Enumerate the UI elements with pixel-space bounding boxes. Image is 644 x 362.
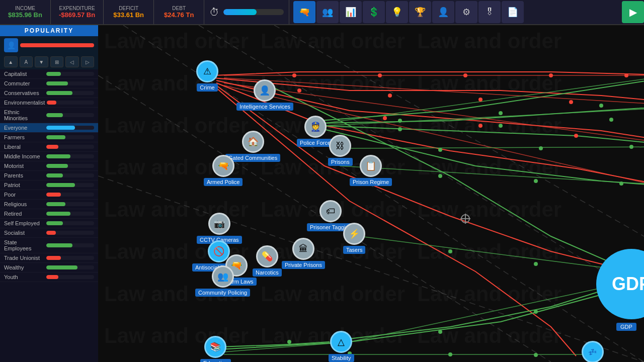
voter-item-poor[interactable]: Poor: [0, 190, 98, 200]
node-intelligence[interactable]: 👤 Intelligence Services: [236, 79, 293, 111]
svg-line-9: [325, 74, 644, 123]
voter-item-commuter[interactable]: Commuter: [0, 79, 98, 88]
voter-bar-outer: [46, 126, 94, 130]
toolbar-btn-finance[interactable]: 💲: [363, 1, 385, 23]
svg-point-24: [478, 98, 482, 102]
toolbar-btn-law-order[interactable]: 🔫: [293, 1, 315, 23]
voter-item-youth[interactable]: Youth: [0, 273, 98, 282]
pop-ctrl-3[interactable]: ▼: [35, 56, 48, 67]
voter-bar-inner: [46, 91, 72, 95]
svg-point-18: [378, 73, 382, 77]
education-icon: 📚: [204, 336, 226, 358]
toolbar-btn-achievement[interactable]: 🏆: [409, 1, 431, 23]
pop-ctrl-1[interactable]: ▲: [4, 56, 18, 67]
voter-item-patriot[interactable]: Patriot: [0, 180, 98, 190]
node-cctv[interactable]: 📷 CCTV Cameras: [197, 213, 242, 244]
voter-bar-inner: [46, 126, 75, 130]
pop-slider[interactable]: [20, 43, 94, 47]
voter-item-trade-unionist[interactable]: Trade Unionist: [0, 253, 98, 263]
clock-icon: ⏱: [209, 7, 219, 18]
node-prison-regime[interactable]: 📋 Prison Regime: [350, 155, 392, 186]
police-force-icon: 👮: [304, 116, 327, 138]
voter-item-liberal[interactable]: Liberal: [0, 142, 98, 152]
prisons-label: Prisons: [328, 158, 353, 166]
toolbar-btn-demographics[interactable]: 👤: [432, 1, 454, 23]
crime-label: Crime: [197, 83, 217, 92]
voter-name: Wealthy: [4, 264, 44, 270]
cctv-icon: 📷: [208, 213, 230, 235]
voter-bar-outer: [46, 265, 94, 269]
svg-point-25: [569, 100, 573, 104]
svg-point-32: [599, 104, 603, 108]
voter-item-self-employed[interactable]: Self Employed: [0, 219, 98, 228]
voter-bar-inner: [46, 164, 68, 168]
node-stability[interactable]: △ Stability: [329, 331, 354, 362]
node-crime[interactable]: ⚠ Crime: [196, 60, 218, 92]
node-prisons[interactable]: ⛓ Prisons: [328, 135, 353, 166]
svg-point-19: [463, 73, 467, 77]
narcotics-label: Narcotics: [253, 268, 282, 277]
income-value: $835.96 Bn: [8, 11, 42, 19]
svg-point-50: [461, 215, 469, 223]
toolbar-btn-technology[interactable]: 💡: [386, 1, 408, 23]
node-tasers[interactable]: ⚡ Tasers: [343, 223, 365, 254]
voter-item-ethnic-minorities[interactable]: Ethnic Minorities: [0, 108, 98, 123]
voter-name: Poor: [4, 192, 44, 198]
voter-item-conservatives[interactable]: Conservatives: [0, 88, 98, 98]
debt-label: DEBT: [172, 6, 186, 11]
svg-point-38: [629, 145, 633, 149]
node-community-policing[interactable]: 👥 Community Policing: [195, 265, 250, 297]
voter-item-capitalist[interactable]: Capitalist: [0, 69, 98, 79]
voter-item-religious[interactable]: Religious: [0, 200, 98, 209]
voter-item-socialist[interactable]: Socialist: [0, 228, 98, 238]
svg-point-20: [549, 73, 553, 77]
voter-item-everyone[interactable]: Everyone: [0, 123, 98, 133]
toolbar-btn-settings[interactable]: ⚙: [455, 1, 477, 23]
pop-ctrl-4[interactable]: ⊞: [50, 56, 64, 67]
pop-ctrl-5[interactable]: ◁: [65, 56, 79, 67]
voter-bar-outer: [46, 173, 94, 177]
toolbar-btn-medals[interactable]: 🎖: [478, 1, 501, 23]
voter-item-middle-income[interactable]: Middle Income: [0, 152, 98, 161]
voter-item-retired[interactable]: Retired: [0, 209, 98, 219]
voter-item-state-employees[interactable]: State Employees: [0, 238, 98, 253]
svg-point-42: [448, 249, 452, 253]
voter-item-environmentalist[interactable]: Environmentalist: [0, 98, 98, 108]
gdp-badge: GDP: [616, 323, 636, 331]
voter-item-parents[interactable]: Parents: [0, 171, 98, 180]
toolbar-btn-report[interactable]: 📄: [502, 1, 524, 23]
node-private-prisons[interactable]: 🏛 Private Prisons: [282, 238, 325, 269]
svg-point-48: [448, 352, 452, 356]
stability-icon: △: [330, 331, 352, 353]
voter-item-motorist[interactable]: Motorist: [0, 161, 98, 171]
voter-name: Farmers: [4, 134, 44, 140]
voter-bar-outer: [46, 256, 94, 260]
voter-bar-inner: [46, 72, 61, 76]
voter-item-wealthy[interactable]: Wealthy: [0, 263, 98, 273]
node-unemployment[interactable]: 💤 Unemployment: [571, 341, 614, 362]
svg-point-28: [478, 124, 482, 128]
topbar: INCOME $835.96 Bn EXPENDITURE -$869.57 B…: [0, 0, 644, 25]
voter-bar-outer: [46, 202, 94, 206]
node-armed-police[interactable]: 🔫 Armed Police: [204, 155, 243, 186]
private-prisons-icon: 🏛: [292, 238, 314, 260]
unemployment-icon: 💤: [582, 341, 604, 362]
deficit-value: $33.61 Bn: [113, 11, 144, 19]
node-narcotics[interactable]: 💊 Narcotics: [253, 245, 282, 277]
svg-point-41: [619, 182, 623, 186]
expenditure-value: -$869.57 Bn: [59, 11, 95, 19]
node-education[interactable]: 📚 Education: [200, 336, 231, 362]
voter-bar-inner: [46, 212, 70, 216]
voter-name: State Employees: [4, 239, 44, 251]
toolbar-btn-social[interactable]: 👥: [316, 1, 339, 23]
pop-ctrl-2[interactable]: A: [20, 56, 33, 67]
stability-label: Stability: [329, 354, 354, 362]
voter-item-farmers[interactable]: Farmers: [0, 133, 98, 142]
voter-bar-inner: [46, 173, 63, 177]
gdp-circle[interactable]: GDP: [596, 249, 644, 319]
toolbar-btn-economy-chart[interactable]: 📊: [340, 1, 362, 23]
crime-icon: ⚠: [196, 60, 218, 82]
pop-ctrl-6[interactable]: ▷: [81, 56, 95, 67]
play-button[interactable]: ▶: [622, 1, 644, 23]
voter-bar-outer: [46, 72, 94, 76]
